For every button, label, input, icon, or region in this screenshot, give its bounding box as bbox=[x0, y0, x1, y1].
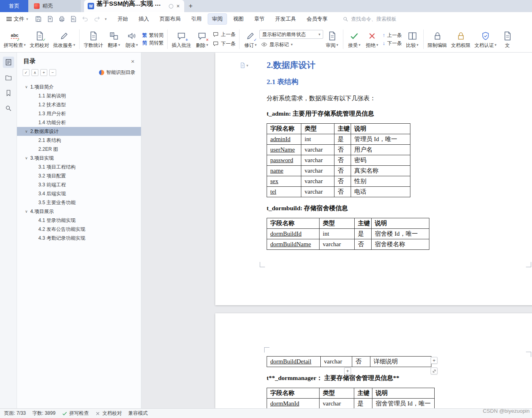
toc-expand-all-button[interactable]: + bbox=[40, 69, 47, 76]
accept-change-button[interactable]: 接受▾ bbox=[345, 30, 363, 49]
menu-tab[interactable]: 开发工具 bbox=[271, 13, 301, 25]
next-comment-button[interactable]: 下一条 bbox=[211, 40, 237, 47]
table-resize-handle[interactable] bbox=[431, 367, 437, 374]
spell-check-button[interactable]: abc✓ 拼写检查▾ bbox=[2, 30, 28, 49]
docer-tab[interactable]: 稻壳 bbox=[28, 0, 81, 12]
menu-tab[interactable]: 章节 bbox=[250, 13, 269, 25]
sidebar-chapters-button[interactable] bbox=[3, 72, 14, 83]
undo-icon[interactable] bbox=[82, 15, 89, 23]
word-count-button[interactable]: 字数统计 bbox=[82, 30, 105, 49]
track-changes-button[interactable]: ✓ 修订▾ bbox=[242, 30, 259, 49]
export-icon[interactable] bbox=[46, 15, 54, 23]
redo-icon[interactable] bbox=[93, 15, 101, 23]
file-menu-button[interactable]: 文件 ▾ bbox=[4, 14, 31, 24]
toc-item[interactable]: 1.2 技术选型 bbox=[17, 100, 141, 109]
spell-check-status[interactable]: 拼写检查 bbox=[62, 410, 88, 417]
close-document-icon[interactable]: × bbox=[176, 3, 181, 9]
compat-mode-indicator[interactable]: 兼容模式 bbox=[128, 410, 147, 417]
document-canvas[interactable]: ▾ 2.数据库设计 2.1 表结构 分析系统需求，数据库应有以下几张表： t_a… bbox=[141, 53, 532, 408]
toc-item[interactable]: ∨4.项目展示 bbox=[17, 207, 141, 216]
menu-tab[interactable]: 会员专享 bbox=[302, 13, 332, 25]
toc-item[interactable]: 2.2ER 图 bbox=[17, 145, 141, 154]
toc-collapse-button[interactable]: ∧ bbox=[32, 69, 38, 76]
toc-item[interactable]: ∨3.项目实现 bbox=[17, 154, 141, 163]
toc-item[interactable]: 4.1 登录功能实现 bbox=[17, 216, 141, 225]
toc-item-label: 1.3 用户分析 bbox=[38, 110, 66, 117]
paragraph-handle[interactable]: ▾ bbox=[240, 62, 248, 68]
markup-state-select[interactable]: 显示标记的最终状态 ▾ bbox=[259, 30, 323, 39]
trad-to-simp-button[interactable]: 繁繁转简 bbox=[141, 32, 165, 38]
next-change-button[interactable]: ↓下一条 bbox=[381, 40, 404, 46]
restrict-editing-button[interactable]: 限制编辑 bbox=[426, 30, 449, 49]
t-dormbuild-table: 字段名称类型主键说明dormBuildIdint是宿舍楼 Id，唯一dormBu… bbox=[267, 218, 532, 250]
menu-tab[interactable]: 审阅 bbox=[208, 13, 227, 25]
insert-comment-button[interactable]: + 插入批注 bbox=[170, 30, 193, 49]
sidebar-toc-button[interactable] bbox=[3, 57, 14, 68]
sidebar-search-button[interactable] bbox=[3, 103, 14, 114]
home-tab[interactable]: 首页 bbox=[0, 0, 28, 12]
document-page-1[interactable]: ▾ 2.数据库设计 2.1 表结构 分析系统需求，数据库应有以下几张表： t_a… bbox=[215, 53, 532, 305]
table-add-column-button[interactable]: + bbox=[431, 357, 437, 364]
word-count-indicator[interactable]: 字数: 3899 bbox=[32, 410, 55, 417]
toc-item[interactable]: ∨2.数据库设计 bbox=[17, 127, 141, 136]
simp-to-trad-button[interactable]: 简简转繁 bbox=[141, 40, 165, 46]
print-preview-icon[interactable] bbox=[70, 15, 77, 23]
sync-status-icon[interactable] bbox=[169, 4, 173, 8]
sidebar-bookmark-button[interactable] bbox=[3, 87, 14, 99]
proofread-status[interactable]: 文档校对 bbox=[95, 410, 122, 417]
close-icon[interactable]: × bbox=[131, 58, 135, 65]
page-indicator[interactable]: 页面: 7/33 bbox=[4, 410, 26, 417]
chevron-open-icon[interactable]: ∨ bbox=[25, 209, 30, 213]
toc-item[interactable]: 3.3 前端工程 bbox=[17, 180, 141, 189]
chevron-open-icon[interactable]: ∨ bbox=[25, 129, 30, 133]
toc-item[interactable]: 1.1 架构说明 bbox=[17, 91, 141, 100]
compare-button[interactable]: 比较▾ bbox=[404, 30, 421, 49]
toc-item[interactable]: 3.5 主要业务功能 bbox=[17, 198, 141, 207]
menu-tab[interactable]: 视图 bbox=[229, 13, 248, 25]
show-markup-button[interactable]: 显示标记 ▾ bbox=[259, 41, 323, 48]
toc-item[interactable]: 3.2 项目配置 bbox=[17, 171, 141, 180]
clipped-ribbon-button[interactable]: 文 bbox=[498, 30, 516, 49]
table-cell: sex bbox=[267, 176, 301, 187]
document-page-2[interactable]: dormBuildDetailvarchar否详细说明 t**_dormmana… bbox=[215, 313, 532, 408]
toc-item[interactable]: 4.2 发布公告功能实现 bbox=[17, 225, 141, 234]
translate-button[interactable]: 翻译▾ bbox=[105, 30, 123, 49]
table-add-row-button[interactable]: + bbox=[344, 367, 351, 374]
delete-comment-button[interactable]: × 删除▾ bbox=[193, 30, 211, 49]
chevron-down-icon[interactable]: ▾ bbox=[105, 17, 107, 21]
read-aloud-button[interactable]: 朗读▾ bbox=[123, 30, 141, 49]
menu-tab[interactable]: 插入 bbox=[134, 13, 154, 25]
document-tab[interactable]: W 基于SSM的高...实现 毕业论文 × bbox=[84, 0, 184, 12]
toc-item[interactable]: 2.1 表结构 bbox=[17, 136, 141, 145]
document-permission-button[interactable]: 文档权限 bbox=[449, 30, 473, 49]
menu-tab[interactable]: 页面布局 bbox=[155, 13, 185, 25]
chevron-open-icon[interactable]: ∨ bbox=[25, 156, 30, 160]
document-certify-button[interactable]: 文档认证▾ bbox=[473, 30, 499, 49]
toc-check-button[interactable]: ✓ bbox=[23, 69, 29, 76]
review-pane-button[interactable]: 审阅▾ bbox=[323, 30, 341, 49]
reject-change-button[interactable]: 拒绝▾ bbox=[363, 30, 381, 49]
toc-item[interactable]: 1.4 功能分析 bbox=[17, 118, 141, 127]
new-tab-button[interactable]: + bbox=[184, 0, 197, 12]
table-cell: 详细说明 bbox=[370, 357, 431, 367]
previous-change-button[interactable]: ↑上一条 bbox=[381, 32, 404, 38]
print-icon[interactable] bbox=[58, 15, 65, 23]
command-search[interactable]: 查找命令、搜索模板 bbox=[343, 16, 397, 23]
menu-tab[interactable]: 引用 bbox=[187, 13, 206, 25]
toc-item[interactable]: 4.3 考勤记录功能实现 bbox=[17, 234, 141, 243]
table1-title: t_admin: 主要用于存储系统管理员信息 bbox=[267, 109, 532, 118]
toc-item[interactable]: 3.1 项目工程结构 bbox=[17, 163, 141, 171]
toc-collapse-all-button[interactable]: − bbox=[49, 69, 56, 76]
table-header-cell: 字段名称 bbox=[267, 124, 301, 134]
toc-item[interactable]: 1.3 用户分析 bbox=[17, 109, 141, 118]
smart-recognize-toc-button[interactable]: 智能识别目录 bbox=[99, 69, 135, 76]
toc-item[interactable]: ∨1.项目简介 bbox=[17, 82, 141, 91]
document-proofread-button[interactable]: ✓ 文档校对 bbox=[28, 30, 51, 49]
toc-item[interactable]: 3.4 后端实现 bbox=[17, 189, 141, 198]
chevron-open-icon[interactable]: ∨ bbox=[25, 85, 30, 89]
menu-tab[interactable]: 开始 bbox=[113, 13, 132, 25]
previous-comment-button[interactable]: 上一条 bbox=[211, 31, 237, 38]
save-icon[interactable] bbox=[35, 15, 42, 23]
table-row: dormManIdvarchar是宿舍管理员 Id，唯一 bbox=[267, 399, 435, 409]
correction-service-button[interactable]: 批改服务▾ bbox=[51, 30, 78, 49]
